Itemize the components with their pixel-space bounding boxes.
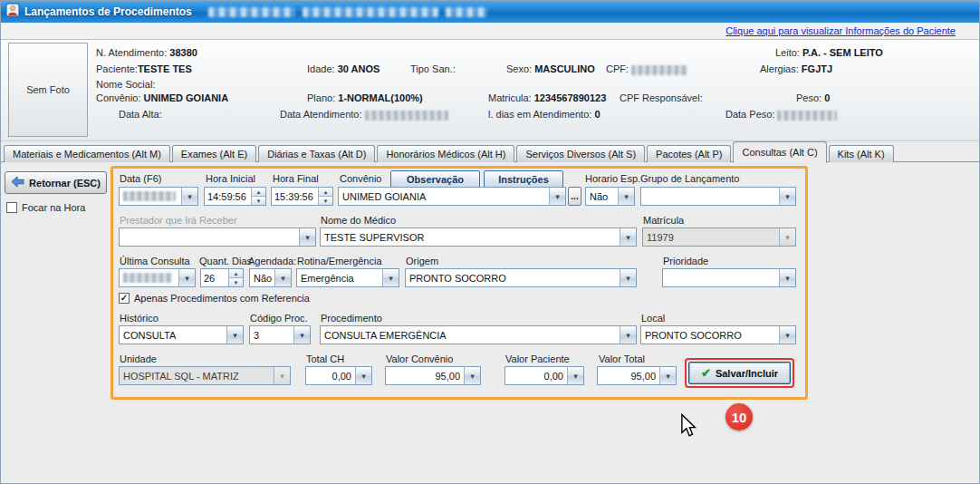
tab-diarias[interactable]: Diárias e Taxas (Alt D)	[258, 145, 375, 162]
field-paciente: Paciente:TESTE TES	[96, 63, 192, 74]
chevron-down-icon[interactable]: ▾	[779, 188, 795, 205]
historico-combobox[interactable]: CONSULTA ▾	[119, 325, 244, 344]
field-data-atendimento: Data Atendimento:	[280, 109, 448, 121]
step-10-badge: 10	[725, 403, 753, 431]
label-origem: Origem	[406, 256, 438, 266]
valor-paciente-combobox[interactable]: 0,00 ▾	[504, 366, 584, 385]
salvar-incluir-label: Salvar/Incluir	[716, 368, 778, 379]
chevron-down-icon[interactable]: ▾	[620, 326, 636, 344]
chevron-down-icon[interactable]: ▾	[549, 188, 565, 205]
checkbox-checked-icon: ✓	[119, 293, 130, 304]
tab-exames[interactable]: Exames (Alt E)	[172, 145, 256, 162]
ultima-consulta-combobox[interactable]: ▾	[119, 268, 196, 287]
focar-na-hora-checkbox[interactable]: Focar na Hora	[6, 202, 85, 213]
chevron-down-icon[interactable]: ▾	[620, 228, 636, 246]
chevron-down-icon: ▾	[779, 228, 795, 246]
chevron-down-icon[interactable]: ▾	[779, 269, 795, 286]
valor-convenio-combobox[interactable]: 95,00 ▾	[385, 366, 481, 385]
convenio-ellipsis-button[interactable]: ...	[568, 187, 581, 206]
window-title: Lançamentos de Procedimentos	[24, 5, 192, 18]
redacted-title-text	[303, 7, 438, 17]
origem-combobox[interactable]: PRONTO SOCORRO ▾	[405, 268, 637, 287]
chevron-down-icon: ▾	[274, 367, 290, 384]
nome-medico-combobox[interactable]: TESTE SUPERVISOR ▾	[320, 227, 637, 247]
spin-down-icon[interactable]: ▼	[252, 197, 265, 205]
label-hora-inicial: Hora Inicial	[206, 173, 255, 184]
field-cpf-responsavel: CPF Responsável:	[620, 92, 703, 103]
spin-up-icon[interactable]: ▲	[252, 188, 265, 197]
apenas-procedimentos-checkbox[interactable]: ✓ Apenas Procedimentos com Referencia	[119, 293, 310, 304]
chevron-down-icon[interactable]: ▾	[178, 269, 195, 286]
field-data-peso: Data Peso:	[725, 109, 837, 121]
chevron-down-icon[interactable]: ▾	[618, 188, 634, 205]
spinner-buttons[interactable]: ▲▼	[251, 188, 265, 205]
label-matricula: Matrícula	[643, 215, 684, 226]
mouse-cursor	[680, 413, 697, 441]
label-valor-convenio: Valor Convênio	[386, 353, 453, 364]
patient-info-link[interactable]: Clique aqui para visualizar Informações …	[725, 25, 956, 36]
label-local: Local	[641, 313, 665, 324]
convenio-combobox[interactable]: UNIMED GOIANIA ▾	[338, 187, 566, 206]
salvar-incluir-button[interactable]: ✔ Salvar/Incluir	[688, 362, 791, 384]
chevron-down-icon[interactable]: ▾	[181, 188, 197, 205]
horario-esp-combobox[interactable]: Não ▾	[585, 187, 635, 206]
check-icon: ✔	[701, 367, 711, 379]
grupo-lancamento-combobox[interactable]: ▾	[640, 187, 796, 206]
spin-up-icon[interactable]: ▲	[229, 269, 243, 278]
chevron-down-icon[interactable]: ▾	[382, 269, 399, 286]
spin-down-icon[interactable]: ▼	[229, 278, 243, 286]
tab-consultas[interactable]: Consultas (Alt C)	[733, 141, 826, 163]
field-dias-atendimento: l. dias em Atendimento: 0	[488, 109, 600, 120]
label-horario-esp: Horario Esp.	[585, 173, 640, 184]
spin-up-icon[interactable]: ▲	[319, 188, 332, 197]
chevron-down-icon[interactable]: ▾	[299, 228, 315, 246]
hora-final-spinner[interactable]: 15:39:56 ▲▼	[271, 187, 333, 206]
field-atendimento: N. Atendimento: 38380	[96, 47, 197, 58]
chevron-down-icon[interactable]: ▾	[226, 326, 243, 344]
quant-dias-spinner[interactable]: 26 ▲▼	[200, 268, 244, 287]
chevron-down-icon[interactable]: ▾	[779, 326, 795, 344]
chevron-down-icon[interactable]: ▾	[659, 367, 676, 384]
valor-total-combobox[interactable]: 95,00 ▾	[597, 366, 677, 385]
codigo-proc-combobox[interactable]: 3 ▾	[249, 325, 311, 344]
instrucoes-button[interactable]: Instruções	[484, 170, 563, 188]
field-tipo-sanguineo: Tipo San.:	[410, 63, 456, 74]
agendada-combobox[interactable]: Não ▾	[249, 268, 292, 287]
chevron-down-icon[interactable]: ▾	[293, 326, 310, 344]
redacted-data-atendimento	[365, 111, 448, 121]
chevron-down-icon[interactable]: ▾	[355, 367, 371, 384]
chevron-down-icon[interactable]: ▾	[567, 367, 583, 384]
patient-info-panel: Sem Foto N. Atendimento: 38380 Leito: P.…	[1, 40, 979, 141]
label-valor-total: Valor Total	[599, 353, 645, 364]
label-data-f6: Data (F6)	[120, 173, 161, 184]
rotina-emergencia-combobox[interactable]: Emergência ▾	[296, 268, 399, 287]
retornar-button[interactable]: Retornar (ESC)	[5, 171, 107, 194]
total-ch-combobox[interactable]: 0,00 ▾	[305, 366, 372, 385]
observacao-button[interactable]: Observação	[390, 170, 480, 188]
spin-down-icon[interactable]: ▼	[319, 197, 332, 205]
label-agendada: Agendada:	[248, 256, 296, 266]
local-combobox[interactable]: PRONTO SOCORRO ▾	[640, 325, 796, 344]
tab-materiais[interactable]: Materiais e Medicamentos (Alt M)	[4, 145, 170, 162]
chevron-down-icon[interactable]: ▾	[464, 367, 480, 384]
redacted-title-text	[446, 7, 487, 17]
redacted-data-value	[123, 191, 176, 201]
prioridade-combobox[interactable]: ▾	[662, 268, 796, 287]
data-f6-combobox[interactable]: ▾	[119, 187, 198, 206]
chevron-down-icon[interactable]: ▾	[620, 269, 636, 286]
hora-inicial-spinner[interactable]: 14:59:56 ▲▼	[204, 187, 266, 206]
patient-photo-placeholder: Sem Foto	[8, 43, 88, 137]
procedimento-combobox[interactable]: CONSULTA EMERGÊNCIA ▾	[320, 325, 637, 344]
spinner-buttons[interactable]: ▲▼	[228, 269, 243, 286]
tab-pacotes[interactable]: Pacotes (Alt P)	[647, 145, 731, 162]
app-window: Lançamentos de Procedimentos Clique aqui…	[0, 0, 980, 484]
checkbox-unchecked-icon	[6, 202, 17, 213]
redacted-cpf	[631, 65, 687, 75]
label-codigo-proc: Código Proc.	[250, 313, 308, 324]
tab-honorarios[interactable]: Honorários Médicos (Alt H)	[377, 145, 514, 162]
chevron-down-icon[interactable]: ▾	[274, 269, 291, 286]
tab-servicos[interactable]: Serviços Diversos (Alt S)	[516, 145, 645, 162]
prestador-combobox[interactable]: ▾	[119, 227, 316, 247]
spinner-buttons[interactable]: ▲▼	[318, 188, 332, 205]
tab-kits[interactable]: Kits (Alt K)	[829, 145, 894, 162]
